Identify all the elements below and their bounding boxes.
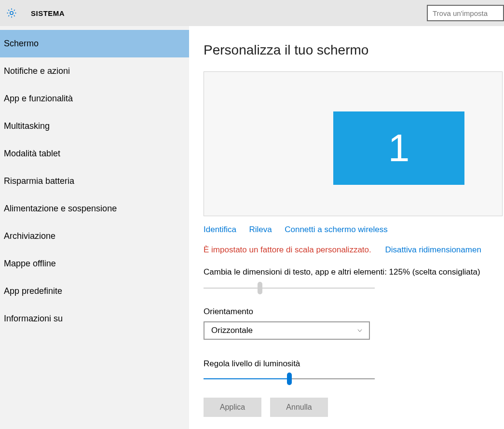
display-preview-box[interactable]: 1: [204, 71, 503, 216]
scale-label: Cambia le dimensioni di testo, app e alt…: [204, 267, 504, 277]
sidebar-item-2[interactable]: App e funzionalità: [0, 85, 189, 112]
page-title: Personalizza il tuo schermo: [204, 42, 504, 58]
sidebar-item-3[interactable]: Multitasking: [0, 112, 189, 140]
scale-warning-row: È impostato un fattore di scala personal…: [204, 245, 504, 255]
sidebar-item-0[interactable]: Schermo: [0, 30, 189, 57]
orientation-dropdown[interactable]: Orizzontale: [204, 321, 370, 340]
sidebar-item-7[interactable]: Archiviazione: [0, 222, 189, 250]
display-tile-1[interactable]: 1: [333, 111, 464, 185]
detect-link[interactable]: Rileva: [249, 225, 272, 234]
sidebar: SchermoNotifiche e azioniApp e funzional…: [0, 26, 189, 429]
scale-slider[interactable]: [204, 283, 375, 293]
orientation-label: Orientamento: [204, 307, 504, 317]
gear-icon: [6, 7, 17, 19]
header-bar: SISTEMA: [0, 0, 504, 26]
sidebar-item-10[interactable]: Informazioni su: [0, 305, 189, 332]
apply-button[interactable]: Applica: [204, 398, 261, 417]
search-input[interactable]: [427, 5, 504, 21]
brightness-label: Regola livello di luminosità: [204, 359, 504, 369]
orientation-value: Orizzontale: [211, 326, 253, 335]
button-row: Applica Annulla: [204, 398, 504, 417]
sidebar-item-1[interactable]: Notifiche e azioni: [0, 57, 189, 85]
identify-link[interactable]: Identifica: [204, 225, 236, 234]
sidebar-item-6[interactable]: Alimentazione e sospensione: [0, 195, 189, 222]
header-title: SISTEMA: [31, 9, 65, 17]
sidebar-item-4[interactable]: Modalità tablet: [0, 140, 189, 167]
chevron-down-icon: [356, 327, 363, 334]
disable-scaling-link[interactable]: Disattiva ridimensionamen: [385, 245, 481, 254]
scale-warning-text: È impostato un fattore di scala personal…: [204, 245, 371, 254]
sidebar-item-9[interactable]: App predefinite: [0, 277, 189, 305]
connect-wireless-link[interactable]: Connetti a schermo wireless: [285, 225, 388, 234]
sidebar-item-5[interactable]: Risparmia batteria: [0, 167, 189, 195]
display-links-row: Identifica Rileva Connetti a schermo wir…: [204, 225, 504, 235]
display-number: 1: [388, 126, 410, 170]
brightness-slider[interactable]: [204, 374, 375, 384]
sidebar-item-8[interactable]: Mappe offline: [0, 250, 189, 277]
cancel-button[interactable]: Annulla: [270, 398, 328, 417]
content-pane: Personalizza il tuo schermo 1 Identifica…: [189, 26, 504, 429]
svg-point-0: [10, 12, 13, 14]
